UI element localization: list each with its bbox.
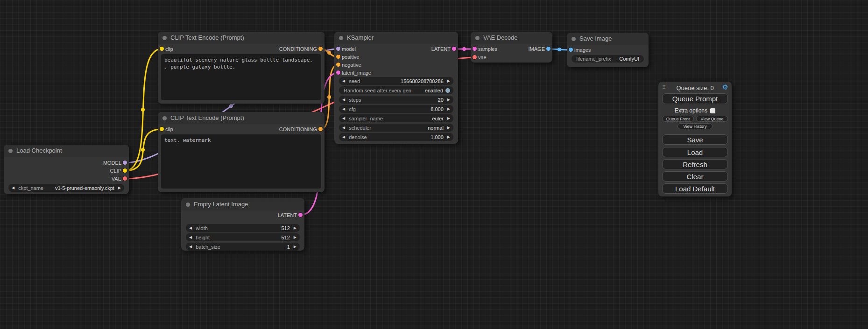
node-load-checkpoint[interactable]: Load Checkpoint MODEL CLIP VAE ◀ ckpt_na… bbox=[4, 145, 129, 194]
view-queue-button[interactable]: View Queue bbox=[696, 116, 728, 122]
arrow-left-icon[interactable]: ◀ bbox=[342, 133, 345, 141]
collapse-dot-icon[interactable] bbox=[162, 116, 167, 120]
scheduler-widget[interactable]: ◀ scheduler normal ▶ bbox=[339, 124, 453, 132]
widget-label: scheduler bbox=[349, 125, 371, 131]
widget-label: cfg bbox=[349, 106, 356, 112]
arrow-right-icon[interactable]: ▶ bbox=[447, 105, 450, 113]
arrow-right-icon[interactable]: ▶ bbox=[294, 233, 296, 241]
output-slot-model[interactable] bbox=[123, 161, 127, 165]
arrow-right-icon[interactable]: ▶ bbox=[447, 114, 450, 122]
arrow-left-icon[interactable]: ◀ bbox=[342, 114, 345, 122]
refresh-button[interactable]: Refresh bbox=[662, 159, 728, 169]
node-title: Save Image bbox=[579, 33, 612, 45]
batch-size-widget[interactable]: ◀ batch_size 1 ▶ bbox=[186, 243, 300, 251]
node-canvas[interactable]: Load Checkpoint MODEL CLIP VAE ◀ ckpt_na… bbox=[0, 0, 868, 329]
output-slot-vae[interactable] bbox=[123, 176, 127, 181]
node-vae-decode[interactable]: VAE Decode samples vae IMAGE bbox=[471, 32, 552, 63]
output-slot-conditioning[interactable] bbox=[318, 47, 323, 51]
node-title-bar[interactable]: Load Checkpoint bbox=[4, 145, 129, 157]
input-slot-negative[interactable] bbox=[336, 63, 340, 67]
widget-label: height bbox=[196, 235, 210, 240]
input-slot-model[interactable] bbox=[336, 47, 340, 51]
arrow-right-icon[interactable]: ▶ bbox=[447, 96, 450, 104]
seed-widget[interactable]: ◀ seed 156680208700286 ▶ bbox=[339, 77, 453, 85]
sampler-name-widget[interactable]: ◀ sampler_name euler ▶ bbox=[339, 114, 453, 122]
input-slot-clip[interactable] bbox=[160, 47, 164, 51]
output-label-latent: LATENT bbox=[278, 211, 297, 219]
arrow-left-icon[interactable]: ◀ bbox=[189, 233, 192, 241]
arrow-right-icon[interactable]: ▶ bbox=[118, 184, 121, 192]
toggle-dot-icon[interactable] bbox=[445, 88, 450, 93]
node-empty-latent-image[interactable]: Empty Latent Image LATENT ◀ width 512 ▶ … bbox=[181, 198, 304, 251]
queue-panel: ⠿ Queue size: 0 ⚙ Queue Prompt Extra opt… bbox=[658, 82, 732, 196]
width-widget[interactable]: ◀ width 512 ▶ bbox=[186, 224, 300, 232]
link-dot-latent-samples bbox=[462, 47, 466, 51]
input-slot-positive[interactable] bbox=[336, 55, 340, 59]
arrow-left-icon[interactable]: ◀ bbox=[342, 96, 345, 104]
input-slot-latent-image[interactable] bbox=[336, 70, 340, 75]
node-title: KSampler bbox=[347, 32, 374, 44]
collapse-dot-icon[interactable] bbox=[8, 149, 13, 153]
ckpt-name-widget[interactable]: ◀ ckpt_name v1-5-pruned-emaonly.ckpt ▶ bbox=[8, 184, 124, 192]
input-slot-images[interactable] bbox=[569, 48, 573, 52]
collapse-dot-icon[interactable] bbox=[162, 36, 167, 40]
output-label-conditioning: CONDITIONING bbox=[279, 126, 317, 133]
height-widget[interactable]: ◀ height 512 ▶ bbox=[186, 233, 300, 241]
clear-button[interactable]: Clear bbox=[662, 171, 728, 182]
arrow-right-icon[interactable]: ▶ bbox=[294, 243, 296, 251]
arrow-right-icon[interactable]: ▶ bbox=[447, 133, 450, 141]
arrow-left-icon[interactable]: ◀ bbox=[342, 124, 345, 132]
input-slot-samples[interactable] bbox=[473, 47, 477, 51]
steps-widget[interactable]: ◀ steps 20 ▶ bbox=[339, 96, 453, 104]
node-title-bar[interactable]: Empty Latent Image bbox=[181, 198, 304, 210]
cfg-widget[interactable]: ◀ cfg 8.000 ▶ bbox=[339, 105, 453, 113]
node-title-bar[interactable]: Save Image bbox=[567, 33, 649, 45]
output-slot-latent[interactable] bbox=[298, 213, 303, 217]
denoise-widget[interactable]: ◀ denoise 1.000 ▶ bbox=[339, 133, 453, 141]
node-ksampler[interactable]: KSampler model positive negative latent_… bbox=[334, 32, 458, 144]
collapse-dot-icon[interactable] bbox=[186, 203, 190, 207]
arrow-left-icon[interactable]: ◀ bbox=[189, 224, 192, 232]
widget-value: v1-5-pruned-emaonly.ckpt bbox=[55, 185, 114, 191]
random-seed-toggle-widget[interactable]: Random seed after every gen enabled bbox=[339, 86, 453, 94]
filename-prefix-widget[interactable]: filename_prefix ComfyUI bbox=[572, 55, 644, 63]
widget-value: 512 bbox=[281, 225, 289, 231]
arrow-left-icon[interactable]: ◀ bbox=[342, 105, 345, 113]
widget-label: filename_prefix bbox=[576, 56, 611, 62]
collapse-dot-icon[interactable] bbox=[339, 36, 343, 40]
gear-icon[interactable]: ⚙ bbox=[722, 83, 728, 91]
collapse-dot-icon[interactable] bbox=[475, 36, 480, 40]
collapse-dot-icon[interactable] bbox=[572, 37, 576, 41]
arrow-left-icon[interactable]: ◀ bbox=[342, 77, 345, 85]
view-history-button[interactable]: View History bbox=[677, 123, 713, 129]
load-default-button[interactable]: Load Default bbox=[662, 183, 728, 194]
arrow-left-icon[interactable]: ◀ bbox=[189, 243, 192, 251]
queue-front-button[interactable]: Queue Front bbox=[662, 116, 694, 122]
node-clip-text-encode-negative[interactable]: CLIP Text Encode (Prompt) clip CONDITION… bbox=[158, 112, 325, 192]
node-title-bar[interactable]: CLIP Text Encode (Prompt) bbox=[158, 112, 325, 124]
node-title-bar[interactable]: KSampler bbox=[334, 32, 458, 44]
save-button[interactable]: Save bbox=[662, 134, 728, 145]
prompt-textarea-positive[interactable]: beautiful scenery nature glass bottle la… bbox=[161, 54, 321, 100]
node-title: CLIP Text Encode (Prompt) bbox=[170, 32, 244, 44]
output-slot-clip[interactable] bbox=[123, 168, 127, 173]
queue-prompt-button[interactable]: Queue Prompt bbox=[662, 93, 728, 104]
input-slot-clip[interactable] bbox=[160, 127, 164, 131]
arrow-right-icon[interactable]: ▶ bbox=[447, 124, 450, 132]
node-title-bar[interactable]: CLIP Text Encode (Prompt) bbox=[158, 32, 325, 44]
output-slot-latent[interactable] bbox=[452, 47, 456, 51]
arrow-left-icon[interactable]: ◀ bbox=[12, 184, 14, 192]
arrow-right-icon[interactable]: ▶ bbox=[447, 77, 450, 85]
node-clip-text-encode-positive[interactable]: CLIP Text Encode (Prompt) clip CONDITION… bbox=[158, 32, 325, 104]
output-slot-conditioning[interactable] bbox=[318, 127, 323, 131]
widget-value: ComfyUI bbox=[619, 56, 639, 62]
load-button[interactable]: Load bbox=[662, 147, 728, 157]
arrow-right-icon[interactable]: ▶ bbox=[294, 224, 296, 232]
node-save-image[interactable]: Save Image images filename_prefix ComfyU… bbox=[567, 33, 649, 67]
prompt-textarea-negative[interactable]: text, watermark bbox=[161, 134, 321, 189]
extra-options-label: Extra options bbox=[675, 107, 707, 114]
input-slot-vae[interactable] bbox=[473, 55, 477, 59]
output-slot-image[interactable] bbox=[546, 47, 550, 51]
node-title-bar[interactable]: VAE Decode bbox=[471, 32, 552, 44]
extra-options-checkbox[interactable] bbox=[710, 108, 715, 113]
